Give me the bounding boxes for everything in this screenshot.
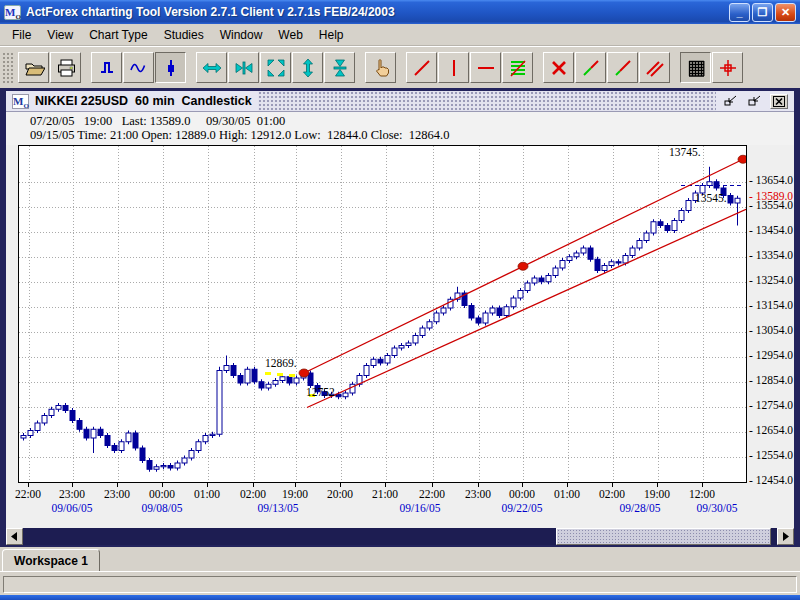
print-button[interactable] (50, 52, 81, 83)
x-axis-date-label: 09/28/05 (620, 502, 661, 514)
x-axis-date-label: 09/06/05 (52, 502, 93, 514)
tab-row-divider (0, 571, 800, 572)
x-axis-tick (295, 483, 296, 487)
menu-item-studies[interactable]: Studies (156, 26, 212, 44)
menu-item-help[interactable]: Help (311, 26, 352, 44)
step-chart-button[interactable] (91, 52, 122, 83)
mdi-workspace: MO NIKKEI 225USD 60 min Candlestick 07/2… (0, 88, 800, 547)
compress-horizontal-button[interactable] (228, 52, 259, 83)
price-annotation: 13545. (695, 192, 727, 204)
x-axis-date-label: 09/16/05 (400, 502, 441, 514)
x-axis-time-label: 19:00 (644, 488, 670, 500)
toolbar-separator (534, 52, 543, 83)
x-axis-time-label: 23:00 (104, 488, 130, 500)
trend-line-button[interactable] (406, 52, 437, 83)
two-color-line-green-red-button[interactable] (575, 52, 606, 83)
channel-anchor-dot[interactable] (738, 155, 746, 163)
menu-bar: FileViewChart TypeStudiesWindowWebHelp (0, 24, 800, 46)
grid-toggle-icon (685, 57, 707, 79)
horizontal-scrollbar[interactable] (6, 528, 794, 545)
scroll-left-arrow[interactable] (6, 528, 23, 545)
toolbar-gripper[interactable] (2, 52, 14, 84)
chart-restore-icon[interactable] (746, 94, 764, 109)
x-axis-date-label: 09/30/05 (697, 502, 738, 514)
chart-window-icon: MO (12, 94, 29, 109)
crosshair-button[interactable] (712, 52, 743, 83)
fibonacci-lines-button[interactable] (502, 52, 533, 83)
horizontal-line-button[interactable] (470, 52, 501, 83)
channel-lower-line[interactable] (307, 209, 746, 407)
y-axis-label: - 12554.0 (749, 449, 793, 461)
parallel-lines-button[interactable] (639, 52, 670, 83)
toolbar-separator (671, 52, 680, 83)
candlestick-chart-button[interactable] (155, 52, 186, 83)
status-bar (0, 573, 800, 595)
channel-anchor-dot[interactable] (299, 369, 309, 377)
expand-all-button[interactable] (260, 52, 291, 83)
y-axis-label: - 13054.0 (749, 324, 793, 336)
chart-info-panel: 07/20/05 19:00 Last: 13589.0 09/30/05 01… (6, 112, 794, 145)
two-color-line-green-red-icon (580, 57, 602, 79)
y-axis-label: - 13254.0 (749, 274, 793, 286)
fibonacci-lines-icon (507, 57, 529, 79)
pointer-hand-button[interactable] (365, 52, 396, 83)
two-color-line-red-green-button[interactable] (607, 52, 638, 83)
menu-item-window[interactable]: Window (212, 26, 271, 44)
compress-vertical-icon (329, 57, 351, 79)
expand-horizontal-icon (201, 57, 223, 79)
window-title: ActForex chtarting Tool Version 2.7.1 Cl… (26, 5, 727, 19)
menu-item-view[interactable]: View (39, 26, 81, 44)
line-chart-button[interactable] (123, 52, 154, 83)
workspace-tab[interactable]: Workspace 1 (2, 549, 100, 572)
compress-vertical-button[interactable] (324, 52, 355, 83)
selection-mark (289, 374, 295, 377)
menu-item-file[interactable]: File (4, 26, 39, 44)
x-axis-time-label: 19:00 (282, 488, 308, 500)
minimize-button[interactable]: _ (729, 3, 750, 22)
restore-button[interactable]: ❐ (752, 3, 773, 22)
scrollbar-thumb[interactable] (556, 528, 771, 545)
x-axis-tick (657, 483, 658, 487)
chart-window: MO NIKKEI 225USD 60 min Candlestick 07/2… (6, 91, 794, 545)
vertical-line-button[interactable] (438, 52, 469, 83)
scroll-right-arrow[interactable] (777, 528, 794, 545)
chart-window-title-bar[interactable]: MO NIKKEI 225USD 60 min Candlestick (6, 91, 794, 112)
x-axis-tick (612, 483, 613, 487)
chart-close-button[interactable] (770, 94, 788, 109)
status-panel (3, 576, 797, 593)
x-axis-time-label: 23:00 (465, 488, 491, 500)
x-axis-time-label: 20:00 (327, 488, 353, 500)
y-axis-label: - 13654.0 (749, 174, 793, 186)
x-axis-tick (253, 483, 254, 487)
grid-toggle-button[interactable] (680, 52, 711, 83)
x-axis-time-label: 23:00 (59, 488, 85, 500)
channel-anchor-dot[interactable] (518, 262, 528, 270)
y-axis-label: - 12754.0 (749, 399, 793, 411)
x-axis-tick (72, 483, 73, 487)
x-axis-tick (702, 483, 703, 487)
x-axis-time-label: 02:00 (599, 488, 625, 500)
chart-info-line1: 07/20/05 19:00 Last: 13589.0 09/30/05 01… (30, 114, 794, 128)
menu-item-chart-type[interactable]: Chart Type (81, 26, 155, 44)
chart-minimize-icon[interactable] (722, 94, 740, 109)
title-bar-hatch (258, 91, 716, 111)
x-axis-time-label: 01:00 (194, 488, 220, 500)
toolbar-separator (397, 52, 406, 83)
expand-vertical-button[interactable] (292, 52, 323, 83)
title-bar[interactable]: MO ActForex chtarting Tool Version 2.7.1… (0, 0, 800, 24)
toolbar-separator (187, 52, 196, 83)
horizontal-line-icon (475, 57, 497, 79)
x-axis-tick (340, 483, 341, 487)
candlesticks (21, 167, 740, 472)
menu-item-web[interactable]: Web (270, 26, 310, 44)
expand-horizontal-button[interactable] (196, 52, 227, 83)
open-file-button[interactable] (18, 52, 49, 83)
crosshair-icon (717, 57, 739, 79)
chart-plot-area[interactable]: 13745.13545.12869.12752. (18, 145, 747, 483)
price-annotation: 13745. (669, 146, 701, 158)
parallel-lines-icon (644, 57, 666, 79)
delete-line-button[interactable] (543, 52, 574, 83)
x-axis-date-label: 09/08/05 (142, 502, 183, 514)
vertical-line-icon (443, 57, 465, 79)
close-button[interactable]: ✕ (775, 3, 796, 22)
